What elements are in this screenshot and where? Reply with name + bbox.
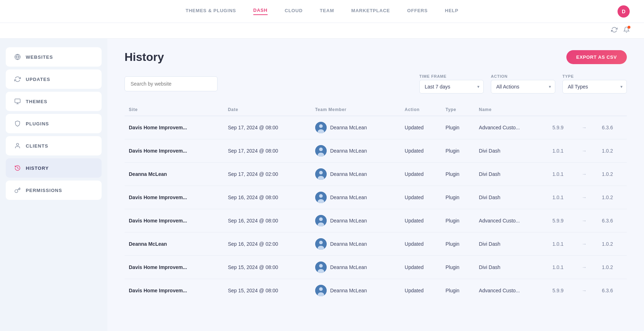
cell-version-to: 1.0.2	[597, 232, 627, 256]
member-name: Deanna McLean	[330, 264, 367, 270]
cell-type: Plugin	[441, 279, 474, 302]
member-avatar	[315, 215, 327, 226]
cell-site: Davis Home Improvem...	[125, 279, 224, 302]
cell-date: Sep 17, 2024 @ 08:00	[224, 139, 311, 163]
avatar[interactable]: D	[618, 5, 630, 18]
cell-site: Deanna McLean	[125, 163, 224, 186]
col-type: Type	[441, 104, 474, 116]
cell-date: Sep 16, 2024 @ 02:00	[224, 232, 311, 256]
sidebar-label-plugins: PLUGINS	[26, 121, 49, 126]
cell-type: Plugin	[441, 209, 474, 232]
member-name: Deanna McLean	[330, 125, 367, 130]
cell-name: Divi Dash	[475, 256, 548, 279]
cell-version-from: 1.0.1	[548, 232, 577, 256]
cell-version-arrow: →	[577, 279, 597, 302]
svg-point-9	[319, 124, 323, 128]
type-select[interactable]: All Types Plugin Theme Core	[562, 80, 627, 93]
action-filter: ACTION All Actions Updated Installed Del…	[491, 74, 555, 93]
time-frame-select-wrapper: Last 7 days Last 30 days Last 90 days Al…	[419, 80, 484, 93]
sidebar-label-permissions: PERMISSIONS	[26, 188, 62, 193]
sidebar-item-themes[interactable]: THEMES	[6, 92, 102, 111]
member-avatar	[315, 168, 327, 180]
cell-site: Davis Home Improvem...	[125, 256, 224, 279]
page-title: History	[125, 51, 164, 64]
cell-version-arrow: →	[577, 209, 597, 232]
notification-icon[interactable]	[623, 27, 630, 35]
table-body: Davis Home Improvem... Sep 17, 2024 @ 08…	[125, 116, 627, 302]
member-avatar	[315, 262, 327, 273]
member-avatar	[315, 122, 327, 133]
sidebar-label-updates: UPDATES	[26, 77, 50, 82]
svg-point-7	[16, 143, 19, 145]
col-version-from	[548, 104, 577, 116]
table-row: Deanna McLean Sep 16, 2024 @ 02:00 Deann…	[125, 232, 627, 256]
content-header: History EXPORT AS CSV	[125, 50, 627, 64]
nav-offers[interactable]: OFFERS	[407, 8, 428, 15]
sidebar-item-plugins[interactable]: PLUGINS	[6, 114, 102, 133]
member-name: Deanna McLean	[330, 241, 367, 247]
cell-version-from: 1.0.1	[548, 139, 577, 163]
cell-date: Sep 15, 2024 @ 08:00	[224, 279, 311, 302]
col-arrow	[577, 104, 597, 116]
sidebar-label-clients: CLIENTS	[26, 143, 48, 149]
notification-dot	[628, 26, 630, 29]
sidebar-item-updates[interactable]: UPDATES	[6, 69, 102, 89]
cell-type: Plugin	[441, 163, 474, 186]
nav-themes-plugins[interactable]: THEMES & PLUGINS	[186, 8, 236, 15]
table-row: Davis Home Improvem... Sep 17, 2024 @ 08…	[125, 139, 627, 163]
col-member: Team Member	[311, 104, 400, 116]
cell-name: Advanced Custo...	[475, 116, 548, 139]
cell-action: Updated	[400, 232, 441, 256]
sidebar-item-clients[interactable]: CLIENTS	[6, 136, 102, 155]
sidebar-label-themes: THEMES	[26, 99, 47, 104]
sidebar-item-permissions[interactable]: PERMISSIONS	[6, 181, 102, 200]
cell-site: Davis Home Improvem...	[125, 209, 224, 232]
col-site: Site	[125, 104, 224, 116]
cell-version-to: 6.3.6	[597, 209, 627, 232]
table-row: Davis Home Improvem... Sep 16, 2024 @ 08…	[125, 209, 627, 232]
nav-dash[interactable]: DASH	[253, 8, 268, 15]
cell-action: Updated	[400, 279, 441, 302]
col-date: Date	[224, 104, 311, 116]
subbar	[0, 23, 644, 39]
cell-site: Davis Home Improvem...	[125, 186, 224, 209]
cell-version-arrow: →	[577, 232, 597, 256]
cell-member: Deanna McLean	[311, 116, 400, 139]
nav-links: THEMES & PLUGINS DASH CLOUD TEAM MARKETP…	[186, 8, 459, 15]
cell-type: Plugin	[441, 139, 474, 163]
time-frame-label: TIME FRAME	[419, 74, 484, 78]
time-frame-select[interactable]: Last 7 days Last 30 days Last 90 days Al…	[419, 80, 484, 93]
cell-version-from: 1.0.1	[548, 163, 577, 186]
cell-member: Deanna McLean	[311, 256, 400, 279]
action-select-wrapper: All Actions Updated Installed Deleted	[491, 80, 555, 93]
cell-version-arrow: →	[577, 163, 597, 186]
member-name: Deanna McLean	[330, 148, 367, 154]
svg-rect-4	[15, 99, 20, 103]
cell-version-arrow: →	[577, 116, 597, 139]
table-row: Davis Home Improvem... Sep 16, 2024 @ 08…	[125, 186, 627, 209]
sidebar: WEBSITES UPDATES THEMES PLUGINS	[0, 39, 107, 331]
cell-action: Updated	[400, 256, 441, 279]
search-input[interactable]	[125, 76, 218, 91]
nav-cloud[interactable]: CLOUD	[285, 8, 303, 15]
cell-member: Deanna McLean	[311, 139, 400, 163]
refresh-icon[interactable]	[611, 27, 618, 35]
cell-action: Updated	[400, 186, 441, 209]
type-filter: TYPE All Types Plugin Theme Core	[562, 74, 627, 93]
cell-version-to: 1.0.2	[597, 186, 627, 209]
sidebar-item-websites[interactable]: WEBSITES	[6, 47, 102, 67]
cell-version-to: 1.0.2	[597, 256, 627, 279]
svg-point-15	[319, 171, 323, 174]
export-csv-button[interactable]: EXPORT AS CSV	[566, 50, 627, 64]
sidebar-item-history[interactable]: HISTORY	[6, 158, 102, 178]
top-navigation: THEMES & PLUGINS DASH CLOUD TEAM MARKETP…	[0, 0, 644, 23]
cell-name: Advanced Custo...	[475, 279, 548, 302]
nav-team[interactable]: TEAM	[320, 8, 334, 15]
action-select[interactable]: All Actions Updated Installed Deleted	[491, 80, 555, 93]
cell-member: Deanna McLean	[311, 209, 400, 232]
nav-marketplace[interactable]: MARKETPLACE	[351, 8, 390, 15]
member-avatar	[315, 145, 327, 157]
cell-version-from: 5.9.9	[548, 116, 577, 139]
cell-version-from: 1.0.1	[548, 186, 577, 209]
nav-help[interactable]: HELP	[445, 8, 458, 15]
